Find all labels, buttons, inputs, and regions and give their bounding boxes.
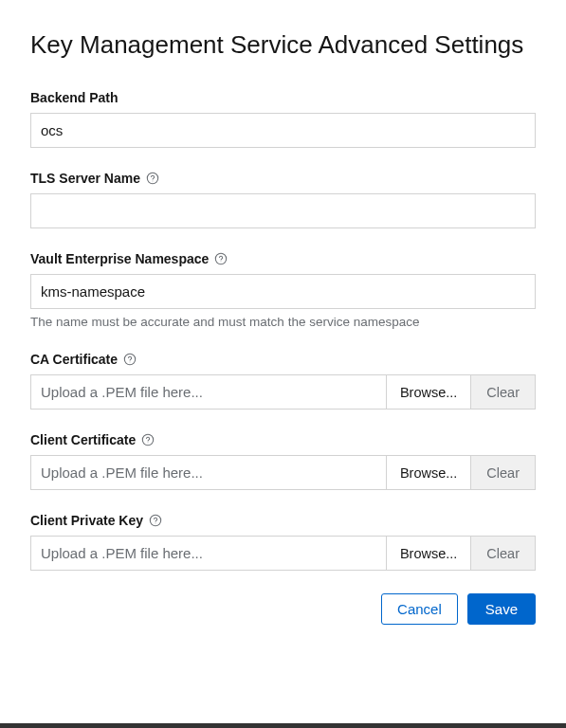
label-text: TLS Server Name bbox=[30, 171, 140, 186]
vault-namespace-label: Vault Enterprise Namespace bbox=[30, 251, 536, 266]
client-certificate-file-input[interactable] bbox=[30, 455, 386, 490]
svg-point-5 bbox=[130, 361, 131, 362]
help-icon[interactable] bbox=[141, 433, 155, 446]
client-private-key-label: Client Private Key bbox=[30, 513, 536, 528]
save-button[interactable]: Save bbox=[467, 593, 536, 625]
backend-path-label: Backend Path bbox=[30, 90, 536, 105]
client-certificate-clear-button[interactable]: Clear bbox=[470, 455, 536, 490]
ca-certificate-clear-button[interactable]: Clear bbox=[470, 374, 536, 410]
footer-border bbox=[0, 723, 566, 728]
field-client-certificate: Client Certificate Browse... Clear bbox=[30, 432, 536, 490]
field-client-private-key: Client Private Key Browse... Clear bbox=[30, 513, 536, 571]
help-icon[interactable] bbox=[149, 514, 162, 527]
help-icon[interactable] bbox=[123, 353, 137, 366]
label-text: Client Certificate bbox=[30, 432, 136, 447]
client-private-key-file-input[interactable] bbox=[30, 536, 386, 571]
svg-point-6 bbox=[143, 434, 154, 445]
svg-point-2 bbox=[216, 253, 227, 264]
help-icon[interactable] bbox=[214, 252, 228, 265]
svg-point-7 bbox=[148, 442, 149, 443]
svg-point-1 bbox=[152, 180, 153, 181]
field-vault-namespace: Vault Enterprise Namespace The name must… bbox=[30, 251, 536, 329]
vault-namespace-helper: The name must be accurate and must match… bbox=[30, 315, 536, 329]
field-tls-server-name: TLS Server Name bbox=[30, 171, 536, 228]
ca-certificate-label: CA Certificate bbox=[30, 352, 536, 367]
label-text: Backend Path bbox=[30, 90, 119, 105]
client-certificate-label: Client Certificate bbox=[30, 432, 536, 447]
svg-point-8 bbox=[150, 515, 160, 525]
help-icon[interactable] bbox=[146, 172, 159, 185]
svg-point-0 bbox=[147, 173, 157, 183]
backend-path-input[interactable] bbox=[30, 113, 536, 148]
tls-server-name-input[interactable] bbox=[30, 193, 536, 228]
client-private-key-browse-button[interactable]: Browse... bbox=[386, 536, 470, 571]
field-ca-certificate: CA Certificate Browse... Clear bbox=[30, 352, 536, 410]
tls-server-name-label: TLS Server Name bbox=[30, 171, 536, 186]
client-private-key-clear-button[interactable]: Clear bbox=[470, 536, 536, 571]
cancel-button[interactable]: Cancel bbox=[381, 593, 458, 625]
svg-point-9 bbox=[155, 522, 156, 523]
form-actions: Cancel Save bbox=[30, 593, 536, 625]
ca-certificate-file-input[interactable] bbox=[30, 374, 386, 410]
label-text: CA Certificate bbox=[30, 352, 118, 367]
label-text: Vault Enterprise Namespace bbox=[30, 251, 209, 266]
vault-namespace-input[interactable] bbox=[30, 274, 536, 309]
svg-point-4 bbox=[124, 354, 135, 364]
field-backend-path: Backend Path bbox=[30, 90, 536, 148]
client-certificate-browse-button[interactable]: Browse... bbox=[386, 455, 470, 490]
svg-point-3 bbox=[221, 261, 222, 262]
page-title: Key Management Service Advanced Settings bbox=[30, 30, 536, 60]
ca-certificate-browse-button[interactable]: Browse... bbox=[386, 374, 470, 410]
label-text: Client Private Key bbox=[30, 513, 143, 528]
